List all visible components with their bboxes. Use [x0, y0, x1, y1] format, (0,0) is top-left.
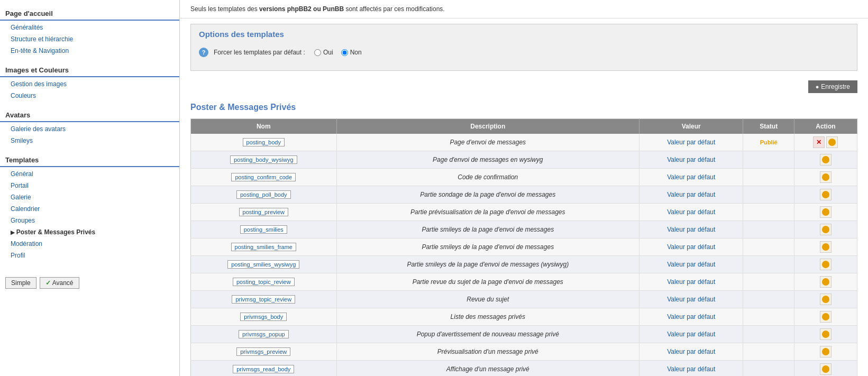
template-name-link[interactable]: privmsgs_preview: [236, 347, 290, 356]
sidebar-item-moderation[interactable]: Modération: [0, 238, 179, 250]
template-name-link[interactable]: privmsgs_popup: [239, 330, 289, 338]
delete-button[interactable]: ✕: [813, 136, 825, 148]
td-nom: posting_topic_review: [191, 273, 337, 291]
sidebar-item-couleurs[interactable]: Couleurs: [0, 90, 179, 102]
sidebar-section-title-templates: Templates: [0, 152, 179, 167]
td-action: [794, 256, 857, 273]
sidebar-item-galerie[interactable]: Galerie: [0, 191, 179, 203]
sidebar-item-smileys[interactable]: Smileys: [0, 135, 179, 146]
td-nom: privmsgs_body: [191, 308, 337, 326]
template-name-link[interactable]: posting_preview: [239, 208, 289, 216]
options-title: Options des templates: [199, 30, 849, 39]
sidebar-item-poster-messages[interactable]: Poster & Messages Privés: [0, 226, 179, 238]
options-row-forcer: ? Forcer les templates par défaut : Oui …: [199, 45, 849, 60]
th-action: Action: [794, 119, 857, 134]
sidebar-item-structure[interactable]: Structure et hiérarchie: [0, 33, 179, 45]
td-nom: posting_preview: [191, 204, 337, 221]
table-row: posting_smilies_framePartie smileys de l…: [191, 239, 857, 256]
template-name-link[interactable]: privmsgs_body: [240, 313, 287, 321]
edit-button[interactable]: [820, 363, 832, 375]
action-buttons: [820, 171, 832, 183]
action-buttons: [820, 346, 832, 357]
radio-group: Oui Non: [314, 49, 362, 56]
template-name-link[interactable]: posting_body_wysiwyg: [230, 155, 297, 164]
td-statut: [743, 221, 794, 239]
td-statut: [743, 291, 794, 308]
template-name-link[interactable]: posting_topic_review: [233, 278, 295, 286]
action-buttons: [820, 154, 832, 166]
check-icon: ✓: [45, 279, 51, 287]
sidebar-item-galerie-avatars[interactable]: Galerie des avatars: [0, 123, 179, 135]
td-action: [794, 221, 857, 239]
td-statut: [743, 308, 794, 326]
radio-oui[interactable]: [314, 49, 321, 56]
sidebar-item-portail[interactable]: Portail: [0, 180, 179, 191]
td-statut: [743, 151, 794, 169]
sidebar-item-general[interactable]: Général: [0, 168, 179, 180]
simple-button[interactable]: Simple: [5, 277, 36, 289]
edit-icon: [822, 226, 829, 233]
edit-button[interactable]: [820, 189, 832, 200]
td-description: Affichage d'un message privé: [336, 361, 639, 377]
td-statut: [743, 361, 794, 377]
edit-button[interactable]: [820, 154, 832, 166]
radio-non[interactable]: [341, 49, 348, 56]
table-row: privmsg_topic_reviewRevue du sujetValeur…: [191, 291, 857, 308]
sidebar-item-gestion-images[interactable]: Gestion des images: [0, 78, 179, 90]
sidebar-item-groupes[interactable]: Groupes: [0, 215, 179, 226]
th-statut: Statut: [743, 119, 794, 134]
td-nom: posting_confirm_code: [191, 169, 337, 186]
save-bar: ● Enregistre: [180, 76, 868, 97]
td-valeur: Valeur par défaut: [639, 291, 743, 308]
td-statut: [743, 256, 794, 273]
table-section: Poster & Messages Privés Nom Description…: [190, 103, 857, 376]
sidebar-item-entete[interactable]: En-tête & Navigation: [0, 45, 179, 57]
edit-button[interactable]: [820, 241, 832, 253]
edit-button[interactable]: [820, 171, 832, 183]
td-description: Partie prévisualisation de la page d'env…: [336, 204, 639, 221]
edit-button[interactable]: [826, 136, 838, 148]
save-button[interactable]: ● Enregistre: [808, 80, 857, 93]
template-name-link[interactable]: posting_smilies: [240, 225, 287, 234]
template-name-link[interactable]: posting_smilies_frame: [231, 243, 296, 251]
table-row: posting_confirm_codeCode de confirmation…: [191, 169, 857, 186]
radio-oui-option[interactable]: Oui: [314, 49, 333, 56]
edit-button[interactable]: [820, 346, 832, 357]
sidebar-item-generalites[interactable]: Généralités: [0, 22, 179, 33]
action-buttons: ✕: [813, 136, 838, 148]
td-statut: [743, 169, 794, 186]
edit-button[interactable]: [820, 294, 832, 305]
td-valeur: Valeur par défaut: [639, 151, 743, 169]
sidebar-item-profil[interactable]: Profil: [0, 250, 179, 261]
template-name-link[interactable]: posting_confirm_code: [231, 173, 296, 181]
options-section: Options des templates ? Forcer les templ…: [190, 24, 857, 71]
avance-button[interactable]: ✓ Avancé: [40, 277, 79, 289]
radio-non-label: Non: [350, 49, 362, 56]
table-row: posting_bodyPage d'envoi de messagesVale…: [191, 134, 857, 151]
edit-button[interactable]: [820, 311, 832, 323]
td-action: [794, 239, 857, 256]
table-row: privmsgs_bodyListe des messages privésVa…: [191, 308, 857, 326]
radio-non-option[interactable]: Non: [341, 49, 362, 56]
template-name-link[interactable]: privmsgs_read_body: [233, 365, 294, 373]
td-action: [794, 204, 857, 221]
template-name-link[interactable]: privmsg_topic_review: [232, 295, 295, 304]
td-nom: privmsgs_popup: [191, 326, 337, 343]
td-action: [794, 326, 857, 343]
action-buttons: [820, 363, 832, 375]
template-name-link[interactable]: posting_smilies_wysiwyg: [227, 260, 299, 269]
edit-button[interactable]: [820, 206, 832, 218]
action-buttons: [820, 189, 832, 200]
template-name-link[interactable]: posting_poll_body: [236, 190, 291, 199]
edit-button[interactable]: [820, 328, 832, 340]
td-action: [794, 273, 857, 291]
edit-button[interactable]: [820, 224, 832, 235]
td-valeur: Valeur par défaut: [639, 134, 743, 151]
template-name-link[interactable]: posting_body: [243, 138, 285, 146]
edit-icon: [822, 191, 829, 198]
td-valeur: Valeur par défaut: [639, 273, 743, 291]
edit-button[interactable]: [820, 259, 832, 270]
sidebar-item-calendrier[interactable]: Calendrier: [0, 203, 179, 215]
table-body: posting_bodyPage d'envoi de messagesVale…: [191, 134, 857, 376]
edit-button[interactable]: [820, 276, 832, 288]
